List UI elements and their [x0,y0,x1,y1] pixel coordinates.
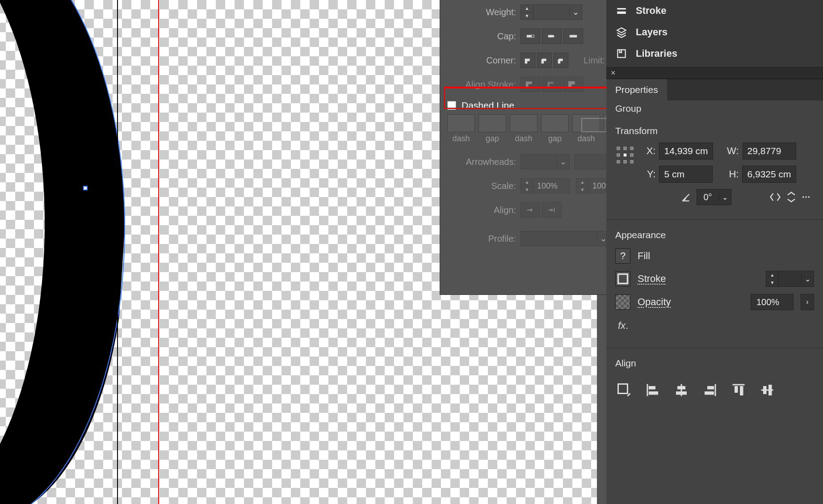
panel-tab-libraries[interactable]: Libraries [606,43,823,64]
stroke-panel-icon [615,4,628,17]
guide-vertical-2[interactable] [158,0,159,504]
profile-field[interactable]: ⌄ [521,231,610,246]
fill-label: Fill [638,250,678,262]
cap-label: Cap: [445,31,521,42]
gap-col-label: gap [479,134,506,143]
svg-rect-35 [763,386,767,394]
selection-type: Group [606,101,823,124]
scale-start-value[interactable]: 100% [533,181,569,191]
align-title: Align [606,358,823,373]
dash-col-label: dash [572,134,600,143]
flip-vertical-button[interactable] [785,191,798,203]
align-vcenter-button[interactable] [759,382,775,398]
svg-rect-0 [527,35,532,38]
cap-butt-button[interactable] [521,29,540,44]
svg-rect-15 [624,160,626,163]
stroke-weight-field[interactable]: ▲▼ ⌄ [766,271,814,287]
svg-rect-8 [617,147,620,150]
svg-rect-9 [624,147,626,150]
y-label: Y: [641,168,655,180]
corner-miter-button[interactable] [521,53,535,68]
svg-rect-12 [624,154,626,156]
right-panel-column: Stroke Layers Libraries × Properties Gro… [606,0,823,504]
x-input[interactable]: 14,939 cm [659,143,713,160]
svg-rect-20 [618,274,628,284]
panel-tab-layers[interactable]: Layers [606,21,823,43]
stroke-appearance-label[interactable]: Stroke [638,273,678,285]
svg-rect-32 [735,386,738,393]
svg-rect-21 [618,384,628,394]
svg-point-19 [808,196,810,198]
x-label: X: [641,145,655,157]
cap-round-icon [547,31,557,41]
collapsed-panel-list: Stroke Layers Libraries [606,0,823,67]
close-icon: × [611,68,616,78]
opacity-label[interactable]: Opacity [638,296,678,308]
corner-bevel-button[interactable] [554,53,568,68]
appearance-title: Appearance [606,230,823,245]
arrow-align-path-end-icon [547,205,557,215]
rotate-icon [680,191,692,203]
opacity-more-button[interactable]: › [801,294,814,310]
opacity-input[interactable]: 100% [751,294,794,310]
align-left-button[interactable] [645,382,661,398]
limit-label: Limit: [584,55,605,66]
panel-tab-layers-label: Layers [636,26,668,38]
more-options-button[interactable] [801,192,811,202]
svg-rect-29 [707,386,714,390]
fill-swatch[interactable]: ? [615,248,630,264]
align-right-button[interactable] [702,382,718,398]
effects-button[interactable]: fx. [606,314,823,338]
svg-rect-26 [677,386,685,390]
gap-input-1[interactable] [479,114,506,132]
svg-rect-1 [532,35,534,38]
scale-start-field[interactable]: ▲▼ 100% [521,178,570,193]
corner-round-button[interactable] [537,53,552,68]
stroke-swatch[interactable] [615,271,630,286]
cap-projecting-button[interactable] [563,29,583,44]
h-input[interactable]: 6,9325 cm [742,166,796,183]
arrow-align-extend-button[interactable] [521,202,540,218]
weight-field[interactable]: ▲▼ ⌄ [521,4,582,20]
arrow-align-path-end-button[interactable] [542,202,562,218]
rotate-input[interactable]: 0° ⌄ [697,189,731,205]
svg-rect-24 [649,391,658,395]
libraries-panel-icon [615,47,628,60]
dash-input-2[interactable] [510,114,537,132]
panel-close-button[interactable]: × [606,67,823,79]
w-input[interactable]: 29,8779 [743,143,796,160]
align-to-button[interactable] [616,382,632,398]
properties-tab[interactable]: Properties [606,79,667,101]
anchor-point[interactable] [83,186,88,190]
arrow-align-label: Align: [445,205,521,215]
gap-input-2[interactable] [541,114,569,132]
layers-panel-icon [615,26,628,38]
svg-rect-33 [740,386,743,395]
properties-tab-bar: Properties [606,79,823,101]
guide-vertical-1[interactable] [117,0,118,504]
artboard-edge [597,295,606,504]
y-input[interactable]: 5 cm [659,166,713,183]
reference-point-selector[interactable] [615,145,635,165]
weight-stepper[interactable]: ▲▼ [521,4,533,20]
corner-miter-icon [523,55,533,65]
gap-col-label: gap [541,134,569,143]
svg-point-17 [802,196,804,198]
panel-tab-stroke[interactable]: Stroke [606,0,823,21]
scale-label: Scale: [445,181,521,191]
svg-rect-27 [676,391,687,395]
flip-horizontal-button[interactable] [769,191,781,203]
dash-input-1[interactable] [447,114,475,132]
cap-round-button[interactable] [542,29,562,44]
align-top-button[interactable] [731,382,747,398]
svg-rect-16 [630,160,633,163]
dash-col-label: dash [447,134,475,143]
h-label: H: [724,168,739,180]
w-label: W: [725,145,739,157]
weight-dropdown[interactable]: ⌄ [569,7,582,17]
svg-rect-30 [705,391,714,395]
opacity-swatch[interactable] [615,294,630,310]
dash-col-label: dash [510,134,537,143]
align-hcenter-button[interactable] [673,382,689,398]
arrowhead-start-field[interactable]: ⌄ [521,154,570,169]
